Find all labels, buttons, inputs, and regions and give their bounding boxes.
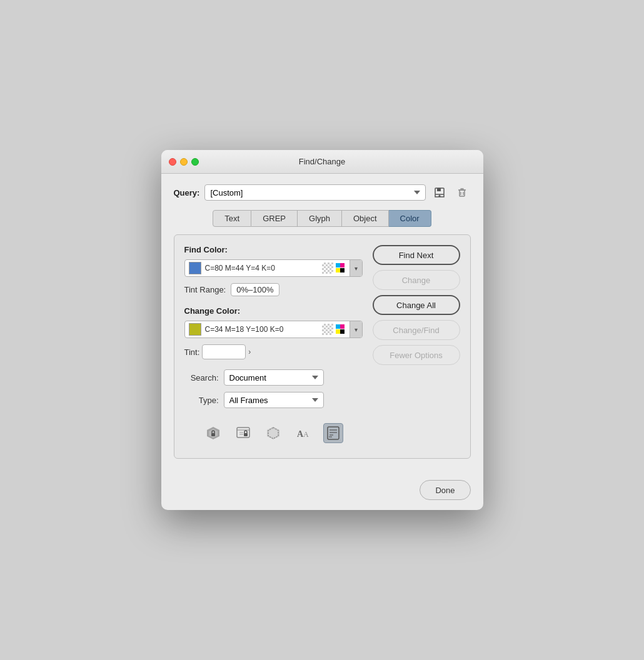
find-checker-icon[interactable] xyxy=(322,262,333,274)
change-color-icons xyxy=(322,323,350,336)
panel-right: Find Next Change Change All Change/Find … xyxy=(373,245,460,448)
minimize-button[interactable] xyxy=(180,158,188,166)
tint-input-field[interactable] xyxy=(202,344,246,359)
find-cmyk-icon[interactable] xyxy=(335,262,347,274)
type-row: Type: All Frames Text Frames Graphic Fra… xyxy=(184,392,363,408)
hidden-layers-icon[interactable] xyxy=(263,423,283,443)
save-icon xyxy=(434,187,445,198)
delete-query-button[interactable] xyxy=(453,184,471,201)
change-color-picker[interactable]: C=34 M=18 Y=100 K=0 ▾ xyxy=(184,321,363,338)
window-title: Find/Change xyxy=(299,157,345,166)
find-color-swatch xyxy=(189,262,201,274)
find-color-value: C=80 M=44 Y=4 K=0 xyxy=(205,264,322,272)
find-color-picker[interactable]: C=80 M=44 Y=4 K=0 ▾ xyxy=(184,259,363,277)
svg-rect-8 xyxy=(336,263,340,268)
close-button[interactable] xyxy=(169,158,176,166)
svg-rect-11 xyxy=(340,268,345,272)
locked-layers-icon[interactable] xyxy=(203,423,223,443)
panel-left: Find Color: C=80 M=44 Y=4 K=0 xyxy=(184,245,363,448)
svg-rect-3 xyxy=(460,190,465,196)
main-content: Query: [Custom] xyxy=(161,174,483,471)
tab-object[interactable]: Object xyxy=(342,210,389,227)
change-checker-icon[interactable] xyxy=(322,324,333,335)
svg-text:A: A xyxy=(303,430,309,439)
maximize-button[interactable] xyxy=(191,158,199,166)
master-pages-icon: A A xyxy=(294,424,312,442)
trash-icon xyxy=(456,187,468,198)
query-label: Query: xyxy=(174,188,200,198)
tab-text[interactable]: Text xyxy=(213,210,251,227)
change-color-dropdown[interactable]: ▾ xyxy=(350,321,362,338)
query-row: Query: [Custom] xyxy=(174,184,471,201)
change-find-button[interactable]: Change/Find xyxy=(373,320,460,340)
change-all-button[interactable]: Change All xyxy=(373,295,460,315)
change-color-label: Change Color: xyxy=(184,306,363,316)
svg-rect-18 xyxy=(211,433,215,436)
svg-rect-9 xyxy=(340,263,345,268)
done-button[interactable]: Done xyxy=(420,480,470,500)
traffic-lights xyxy=(169,158,199,166)
tab-bar: Text GREP Glyph Object Color xyxy=(174,210,471,227)
svg-rect-23 xyxy=(244,433,248,436)
svg-rect-13 xyxy=(340,324,345,329)
svg-rect-15 xyxy=(340,329,345,334)
fewer-options-button[interactable]: Fewer Options xyxy=(373,345,460,365)
find-color-icons xyxy=(322,262,350,274)
search-row: Search: Document Story All Documents Sel… xyxy=(184,369,363,386)
tint-range-label: Tint Range: xyxy=(184,285,226,294)
tint-input-row: Tint: › xyxy=(184,344,363,359)
layers-hidden-icon xyxy=(264,424,282,442)
save-query-button[interactable] xyxy=(431,184,448,201)
find-color-dropdown[interactable]: ▾ xyxy=(350,260,362,276)
svg-rect-1 xyxy=(437,188,441,191)
locked-stories-icon[interactable] xyxy=(233,423,253,443)
titlebar: Find/Change xyxy=(161,150,483,174)
change-color-value: C=34 M=18 Y=100 K=0 xyxy=(205,325,322,334)
search-label: Search: xyxy=(184,373,219,382)
done-row: Done xyxy=(161,471,483,510)
footnotes-icon-svg xyxy=(325,424,342,442)
query-select[interactable]: [Custom] xyxy=(204,184,425,201)
svg-rect-29 xyxy=(328,427,339,439)
type-select[interactable]: All Frames Text Frames Graphic Frames Un… xyxy=(224,392,324,408)
type-label: Type: xyxy=(184,396,219,405)
tab-glyph[interactable]: Glyph xyxy=(298,210,342,227)
find-next-button[interactable]: Find Next xyxy=(373,245,460,265)
color-panel: Find Color: C=80 M=44 Y=4 K=0 xyxy=(174,234,471,459)
change-button[interactable]: Change xyxy=(373,270,460,290)
master-pages-icon[interactable]: A A xyxy=(293,423,313,443)
change-cmyk-icon[interactable] xyxy=(335,323,347,336)
search-select[interactable]: Document Story All Documents Selection xyxy=(224,369,324,386)
bottom-icon-bar: A A xyxy=(184,418,363,448)
layers-lock-icon xyxy=(204,424,222,442)
find-change-window: Find/Change Query: [Custom] xyxy=(161,150,483,510)
tint-stepper[interactable]: › xyxy=(248,348,251,356)
svg-rect-14 xyxy=(336,329,340,334)
tint-range-value: 0%–100% xyxy=(231,283,279,296)
svg-rect-12 xyxy=(336,324,340,329)
tint-range-row: Tint Range: 0%–100% xyxy=(184,283,363,296)
tab-color[interactable]: Color xyxy=(389,210,431,227)
find-color-label: Find Color: xyxy=(184,245,363,254)
stories-lock-icon xyxy=(234,424,252,442)
change-color-swatch xyxy=(189,323,201,336)
tab-grep[interactable]: GREP xyxy=(251,210,298,227)
svg-rect-10 xyxy=(336,268,340,272)
tint-input-label: Tint: xyxy=(184,348,200,357)
footnotes-icon[interactable] xyxy=(323,423,343,443)
